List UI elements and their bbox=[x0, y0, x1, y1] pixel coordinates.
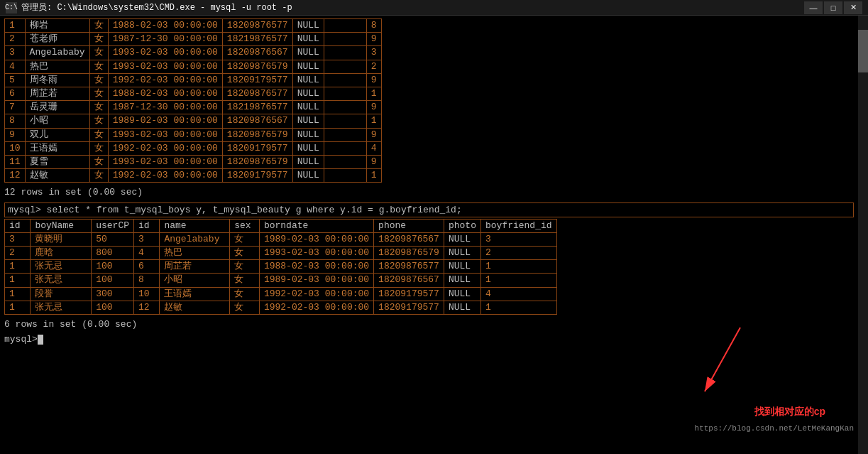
close-button[interactable]: ✕ bbox=[844, 1, 862, 14]
table-row: 3 黄晓明 50 3 Angelababy 女 1989-02-03 00:00… bbox=[5, 232, 557, 246]
window-title: 管理员: C:\Windows\system32\CMD.exe - mysql… bbox=[21, 1, 292, 13]
table-row: 8 小昭 女 1989-02-03 00:00:00 18209876567 N… bbox=[5, 114, 382, 128]
table-row: 4 热巴 女 1993-02-03 00:00:00 18209876579 N… bbox=[5, 60, 382, 73]
url-label: https://blog.csdn.net/LetMeKangKan bbox=[695, 424, 854, 433]
table-row: 2 鹿晗 800 4 热巴 女 1993-02-03 00:00:00 1820… bbox=[5, 247, 557, 260]
annotation-text: 找到相对应的cp bbox=[754, 406, 825, 418]
table-row: 1 张无忌 100 6 周芷若 女 1988-02-03 00:00:00 18… bbox=[5, 260, 557, 274]
table-row: 12 赵敏 女 1992-02-03 00:00:00 18209179577 … bbox=[5, 169, 382, 183]
beauty-table: 1 柳岩 女 1988-02-03 00:00:00 18209876577 N… bbox=[4, 18, 382, 183]
scrollbar[interactable] bbox=[858, 16, 868, 454]
table-row: 1 段誉 300 10 王语嫣 女 1992-02-03 00:00:00 18… bbox=[5, 287, 557, 301]
final-prompt: mysql> bbox=[4, 334, 38, 345]
title-bar-left: C:\ 管理员: C:\Windows\system32\CMD.exe - m… bbox=[6, 1, 292, 13]
table-row: 9 双儿 女 1993-02-03 00:00:00 18209876579 N… bbox=[5, 128, 382, 141]
query-prompt: mysql> select * from t_mysql_boys y, t_m… bbox=[4, 202, 854, 217]
table-row: 1 张无忌 100 12 赵敏 女 1992-02-03 00:00:00 18… bbox=[5, 301, 557, 314]
table-row: 1 柳岩 女 1988-02-03 00:00:00 18209876577 N… bbox=[5, 19, 382, 33]
cursor-blink bbox=[38, 335, 43, 345]
title-bar-controls[interactable]: — □ ✕ bbox=[804, 1, 862, 14]
term-content: 1 柳岩 女 1988-02-03 00:00:00 18209876577 N… bbox=[4, 18, 854, 345]
table-row: 6 周芷若 女 1988-02-03 00:00:00 18209876577 … bbox=[5, 87, 382, 100]
minimize-button[interactable]: — bbox=[804, 1, 823, 14]
table-row: 3 Angelababy 女 1993-02-03 00:00:00 18209… bbox=[5, 46, 382, 60]
maximize-button[interactable]: □ bbox=[824, 1, 842, 14]
table-row: 2 苍老师 女 1987-12-30 00:00:00 18219876577 … bbox=[5, 33, 382, 46]
row-count-1: 12 rows in set (0.00 sec) bbox=[4, 184, 854, 200]
query-text: mysql> select * from t_mysql_boys y, t_m… bbox=[8, 205, 462, 215]
cmd-window: C:\ 管理员: C:\Windows\system32\CMD.exe - m… bbox=[0, 0, 868, 454]
table-row: 5 周冬雨 女 1992-02-03 00:00:00 18209179577 … bbox=[5, 73, 382, 87]
cmd-icon: C:\ bbox=[6, 2, 17, 13]
result-join-table: id boyName userCP id name sex borndate p… bbox=[4, 219, 557, 315]
table-row: 7 岳灵珊 女 1987-12-30 00:00:00 18219876577 … bbox=[5, 101, 382, 114]
annotation-arrow bbox=[698, 320, 754, 406]
terminal-content: 1 柳岩 女 1988-02-03 00:00:00 18209876577 N… bbox=[0, 16, 868, 454]
scrollbar-thumb[interactable] bbox=[858, 30, 868, 72]
title-bar: C:\ 管理员: C:\Windows\system32\CMD.exe - m… bbox=[0, 0, 868, 16]
annotation-label: 找到相对应的cp bbox=[754, 406, 825, 418]
result-header-row: id boyName userCP id name sex borndate p… bbox=[5, 219, 557, 232]
svg-line-1 bbox=[705, 328, 740, 391]
table-row: 11 夏雪 女 1993-02-03 00:00:00 18209876579 … bbox=[5, 155, 382, 168]
table-row: 1 张无忌 100 8 小昭 女 1989-02-03 00:00:00 182… bbox=[5, 274, 557, 287]
table-row: 10 王语嫣 女 1992-02-03 00:00:00 18209179577… bbox=[5, 141, 382, 155]
